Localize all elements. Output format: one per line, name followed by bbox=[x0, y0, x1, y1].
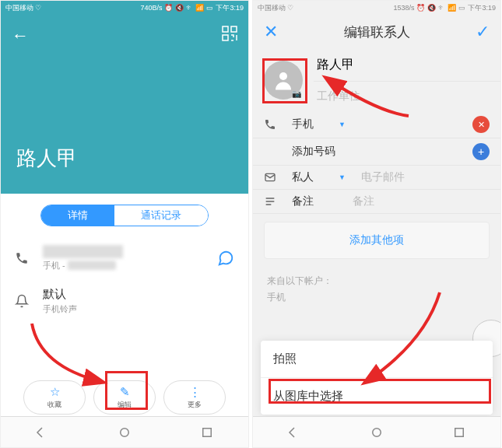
ringtone-row[interactable]: 默认 手机铃声 bbox=[1, 279, 248, 323]
delete-phone-button[interactable]: ✕ bbox=[472, 116, 490, 133]
bell-icon bbox=[15, 294, 32, 308]
accounts-title: 来自以下帐户： bbox=[267, 275, 486, 288]
phone-label: 手机 bbox=[43, 261, 60, 270]
page-title: 编辑联系人 bbox=[344, 23, 410, 41]
statusbar-right: 中国移动♡ 1538/s ⏰ 🔇 ᯤ 📶 ▭ 下午3:19 bbox=[253, 1, 500, 15]
phone-icon bbox=[15, 251, 32, 265]
back-icon[interactable]: ← bbox=[12, 26, 29, 46]
add-number-label: 添加号码 bbox=[292, 145, 462, 159]
nav-back[interactable] bbox=[283, 424, 305, 441]
clock: 下午3:19 bbox=[216, 3, 244, 13]
svg-rect-0 bbox=[223, 26, 228, 32]
company-field[interactable]: 工作单位 bbox=[314, 82, 500, 111]
phone-label: 手机 bbox=[292, 117, 323, 131]
email-row[interactable]: 私人 ▼ 电子邮件 bbox=[253, 166, 500, 190]
notes-label: 备注 bbox=[292, 194, 323, 208]
add-number-row[interactable]: 添加号码 + bbox=[253, 138, 500, 166]
mute-icon: 🔇 bbox=[427, 4, 436, 12]
nav-recent[interactable] bbox=[448, 424, 470, 441]
accounts-value: 手机 bbox=[267, 291, 486, 304]
heart-icon: ♡ bbox=[287, 4, 293, 12]
navbar-right bbox=[253, 416, 500, 447]
statusbar-left: 中国移动♡ 740B/s ⏰ 🔇 ᯤ 📶 ▭ 下午3:19 bbox=[1, 1, 248, 15]
contact-header: ← 路人甲 bbox=[1, 1, 248, 194]
svg-rect-2 bbox=[223, 35, 228, 40]
name-field[interactable]: 路人甲 bbox=[314, 49, 500, 82]
add-number-button[interactable]: + bbox=[472, 143, 490, 160]
mute-icon: 🔇 bbox=[175, 4, 184, 12]
nav-home[interactable] bbox=[366, 424, 388, 441]
net-speed: 740B/s bbox=[140, 4, 162, 12]
contact-name: 路人甲 bbox=[16, 145, 77, 172]
tab-details[interactable]: 详情 bbox=[41, 205, 114, 226]
net-speed: 1538/s bbox=[393, 4, 414, 12]
qr-icon[interactable] bbox=[222, 26, 237, 41]
annotation-box bbox=[105, 371, 148, 410]
svg-point-3 bbox=[121, 428, 129, 436]
signal-icon: 📶 bbox=[195, 4, 204, 12]
mail-icon bbox=[264, 171, 281, 184]
alarm-icon: ⏰ bbox=[416, 4, 425, 12]
nav-home[interactable] bbox=[114, 424, 135, 441]
notes-placeholder: 备注 bbox=[353, 194, 490, 208]
phone-row[interactable]: xxx 手机 - xxxx bbox=[1, 237, 248, 279]
phone-icon bbox=[264, 118, 281, 131]
carrier: 中国移动 bbox=[258, 3, 286, 13]
email-label: 私人 bbox=[292, 170, 323, 184]
phone-right: 中国移动♡ 1538/s ⏰ 🔇 ᯤ 📶 ▭ 下午3:19 ✕ 编辑联系人 ✓ … bbox=[252, 0, 501, 448]
favorite-button[interactable]: ☆ 收藏 bbox=[23, 380, 86, 415]
ringtone-title: 默认 bbox=[43, 287, 234, 302]
wifi-icon: ᯤ bbox=[438, 4, 445, 12]
svg-rect-8 bbox=[455, 428, 464, 436]
annotation-box bbox=[269, 379, 491, 404]
wifi-icon: ᯤ bbox=[186, 4, 193, 12]
chevron-down-icon[interactable]: ▼ bbox=[339, 173, 346, 181]
chevron-down-icon[interactable]: ▼ bbox=[339, 121, 346, 128]
add-others-button[interactable]: 添加其他项 bbox=[264, 222, 490, 259]
battery-icon: ▭ bbox=[458, 4, 465, 12]
svg-rect-1 bbox=[231, 26, 237, 32]
battery-icon: ▭ bbox=[206, 4, 213, 12]
more-button[interactable]: ⋮ 更多 bbox=[163, 380, 226, 415]
close-button[interactable]: ✕ bbox=[264, 22, 278, 42]
phone-left: 中国移动♡ 740B/s ⏰ 🔇 ᯤ 📶 ▭ 下午3:19 ← 路人甲 详情 通… bbox=[0, 0, 249, 448]
email-placeholder: 电子邮件 bbox=[361, 170, 490, 184]
navbar-left bbox=[1, 416, 248, 447]
accounts-info: 来自以下帐户： 手机 bbox=[253, 267, 500, 312]
nav-recent[interactable] bbox=[196, 424, 218, 441]
annotation-box bbox=[262, 58, 307, 103]
svg-point-7 bbox=[373, 428, 381, 436]
edit-header: ✕ 编辑联系人 ✓ bbox=[253, 15, 500, 49]
svg-rect-4 bbox=[203, 428, 212, 436]
heart-icon: ♡ bbox=[35, 4, 41, 12]
notes-icon bbox=[264, 195, 281, 208]
notes-row[interactable]: 备注 备注 bbox=[253, 190, 500, 214]
star-icon: ☆ bbox=[50, 385, 60, 399]
segment-tabs: 详情 通话记录 bbox=[1, 205, 248, 226]
ringtone-sub: 手机铃声 bbox=[43, 303, 234, 315]
signal-icon: 📶 bbox=[448, 4, 456, 12]
carrier: 中国移动 bbox=[5, 3, 33, 13]
tab-calllog[interactable]: 通话记录 bbox=[114, 205, 208, 226]
sheet-take-photo[interactable]: 拍照 bbox=[261, 341, 493, 378]
nav-back[interactable] bbox=[31, 424, 53, 441]
confirm-button[interactable]: ✓ bbox=[476, 22, 490, 42]
clock: 下午3:19 bbox=[468, 3, 496, 13]
phone-edit-row[interactable]: 手机 ▼ ✕ bbox=[253, 111, 500, 138]
chat-icon[interactable] bbox=[217, 250, 234, 267]
more-icon: ⋮ bbox=[189, 385, 201, 399]
alarm-icon: ⏰ bbox=[164, 4, 173, 12]
